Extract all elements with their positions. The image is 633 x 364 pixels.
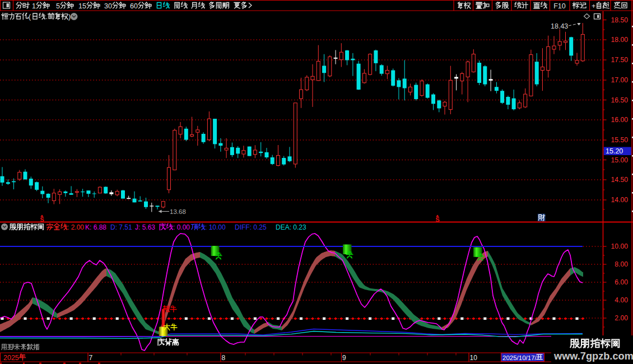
svg-text:: 2.00: : 2.00 (67, 223, 84, 231)
svg-text:www.7gpzb.com: www.7gpzb.com (553, 351, 633, 362)
svg-text:18.50: 18.50 (611, 16, 629, 24)
svg-text:): ) (68, 13, 71, 21)
svg-text:60: 60 (130, 2, 138, 10)
svg-text:.: . (46, 13, 48, 21)
svg-text:F10: F10 (553, 2, 566, 10)
svg-text:(: ( (29, 13, 31, 21)
svg-text:5: 5 (56, 2, 60, 10)
svg-text:10: 10 (470, 354, 478, 362)
svg-text:8.00: 8.00 (615, 260, 628, 268)
svg-text:1: 1 (32, 2, 36, 10)
svg-text:D: 7.51: D: 7.51 (110, 223, 132, 231)
svg-text:18.43: 18.43 (551, 22, 568, 30)
svg-text:17.00: 17.00 (611, 76, 629, 84)
svg-text:14.50: 14.50 (611, 176, 629, 184)
svg-text:+: + (592, 2, 595, 10)
svg-text:15.00: 15.00 (611, 156, 629, 164)
svg-text:17.50: 17.50 (611, 56, 629, 64)
svg-text:2.00: 2.00 (615, 314, 628, 322)
svg-text:8: 8 (222, 354, 226, 362)
svg-text:K: 6.88: K: 6.88 (85, 223, 106, 231)
svg-text:16.00: 16.00 (611, 116, 629, 124)
svg-text:7: 7 (89, 354, 93, 362)
svg-text:15.50: 15.50 (611, 136, 629, 144)
svg-text:DIFF: 0.25: DIFF: 0.25 (235, 223, 267, 231)
svg-text:10.00: 10.00 (611, 242, 629, 250)
svg-text:15: 15 (78, 2, 86, 10)
svg-text:: 0.00: : 0.00 (173, 223, 190, 231)
svg-text:2025: 2025 (3, 354, 19, 362)
svg-text:DEA: 0.23: DEA: 0.23 (276, 223, 306, 231)
svg-text:14.00: 14.00 (611, 196, 629, 204)
svg-text:6.00: 6.00 (615, 278, 628, 286)
svg-text:4.00: 4.00 (615, 296, 628, 304)
svg-text:9: 9 (342, 354, 346, 362)
svg-text:13.68: 13.68 (170, 208, 186, 215)
svg-text:30: 30 (104, 2, 112, 10)
svg-text:J: 5.63: J: 5.63 (135, 223, 155, 231)
svg-text:: 10.00: : 10.00 (205, 223, 226, 231)
svg-text:2025/10/17/: 2025/10/17/ (502, 354, 537, 361)
svg-text:18.00: 18.00 (611, 36, 629, 44)
svg-text:15.20: 15.20 (606, 147, 623, 155)
svg-text:16.50: 16.50 (611, 96, 629, 104)
